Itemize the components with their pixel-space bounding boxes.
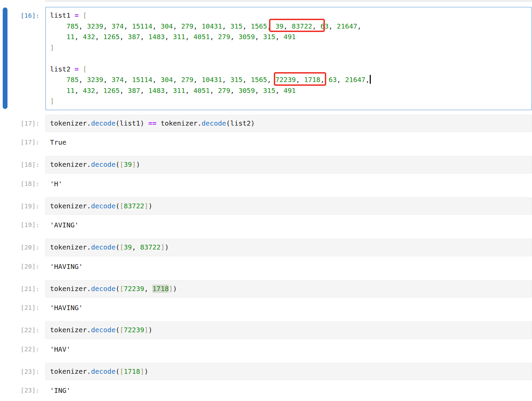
cell-output-text: 'H' [45, 180, 62, 188]
code-token: 387 [128, 86, 140, 95]
code-token: 304 [161, 76, 173, 84]
code-token: 3059 [238, 33, 255, 41]
code-token: list2 [50, 65, 74, 73]
code-token: 279 [218, 33, 230, 41]
code-token: , [222, 22, 230, 30]
code-token: 432 [83, 86, 95, 95]
code-line: tokenizer.decode([39]) [50, 159, 527, 170]
code-token: , [194, 22, 202, 30]
code-token: , [194, 76, 202, 84]
code-token: 4051 [194, 86, 210, 95]
code-token: ( [116, 326, 120, 334]
code-token: 3239 [87, 22, 103, 30]
code-token: 63 [329, 76, 337, 84]
code-token: , [296, 76, 304, 84]
output-prompt: [22]: [0, 346, 45, 353]
code-token: ] [50, 44, 54, 52]
previous-cell-bottom-edge [45, 0, 532, 2]
code-token [50, 33, 66, 41]
code-token: [ [120, 243, 124, 251]
code-token: 15114 [132, 76, 152, 84]
output-prompt: [17]: [0, 139, 45, 146]
code-token: , [124, 22, 132, 30]
code-editor[interactable]: list1 = [ 785, 3239, 374, 15114, 304, 27… [45, 7, 532, 110]
code-token: 279 [218, 86, 230, 95]
code-token: , [152, 76, 161, 84]
code-token: , [95, 86, 103, 95]
code-token: 11 [66, 86, 74, 95]
notebook: [16]:list1 = [ 785, 3239, 374, 15114, 30… [0, 7, 532, 401]
code-token: , [140, 86, 148, 95]
code-token: decode [91, 119, 115, 127]
input-prompt: [22]: [0, 321, 45, 336]
code-cell-16: [16]:list1 = [ 785, 3239, 374, 15114, 30… [0, 7, 532, 110]
code-line: tokenizer.decode([72239]) [50, 325, 527, 336]
code-token: , [243, 76, 251, 84]
code-token: ( [116, 243, 120, 251]
code-token: = [74, 11, 79, 19]
output-prompt: [21]: [0, 304, 45, 311]
code-editor[interactable]: tokenizer.decode([1718]) [45, 363, 532, 381]
code-token: tokenizer. [50, 160, 91, 169]
code-token: , [320, 76, 329, 84]
code-token: (list2) [226, 119, 255, 127]
code-cell-18: [18]:tokenizer.decode([39])[18]:'H' [0, 156, 532, 188]
selected-cell-bar[interactable] [3, 7, 7, 109]
code-token: 304 [161, 22, 173, 30]
code-token: decode [91, 367, 115, 375]
code-line: 11, 432, 1265, 387, 1483, 311, 4051, 279… [50, 85, 527, 96]
code-token: , [243, 22, 251, 30]
code-token: , [173, 22, 181, 30]
code-token: , [357, 22, 361, 30]
code-token: tokenizer. [50, 202, 91, 210]
code-token: , [185, 33, 193, 41]
code-cell-22: [22]:tokenizer.decode([72239])[22]:'HAV' [0, 321, 532, 353]
code-cell-17: [17]:tokenizer.decode(list1) == tokenize… [0, 115, 532, 146]
code-token: , [255, 33, 263, 41]
code-token: 1565 [251, 76, 267, 84]
code-editor[interactable]: tokenizer.decode([39, 83722]) [45, 239, 532, 256]
code-token: [ [120, 326, 124, 334]
code-token: 11 [66, 33, 74, 41]
input-prompt: [21]: [0, 280, 45, 294]
code-token: 279 [181, 22, 193, 30]
code-token: , [185, 86, 193, 95]
code-token: ] [144, 202, 148, 210]
code-token: [ [120, 285, 124, 293]
code-token: , [120, 86, 128, 95]
code-token: 3059 [238, 86, 255, 95]
code-token: 311 [173, 86, 185, 95]
code-token: ] [144, 326, 148, 334]
code-line: 11, 432, 1265, 387, 1483, 311, 4051, 279… [50, 32, 527, 43]
code-token: 315 [230, 22, 243, 30]
code-editor[interactable]: tokenizer.decode([72239, 1718]) [45, 280, 532, 298]
code-editor[interactable]: tokenizer.decode([39]) [45, 156, 532, 174]
code-token: ( [116, 160, 120, 169]
code-token: , [222, 76, 230, 84]
code-token [50, 86, 66, 95]
code-token: 15114 [132, 22, 152, 30]
code-line: ] [50, 43, 527, 53]
code-token: , [120, 33, 128, 41]
code-token: , [173, 76, 181, 84]
code-token: 83722 [140, 243, 161, 251]
code-token: ) [136, 160, 140, 169]
code-token: , [275, 86, 283, 95]
code-token: ) [144, 367, 148, 375]
code-line: ] [50, 96, 527, 107]
code-token: , [365, 76, 369, 84]
code-editor[interactable]: tokenizer.decode(list1) == tokenizer.dec… [45, 115, 532, 132]
code-token: 10431 [202, 76, 222, 84]
code-token: decode [91, 160, 115, 169]
code-token: = [74, 65, 79, 73]
code-token: , [267, 22, 275, 30]
input-prompt: [23]: [0, 363, 45, 377]
code-token: ( [116, 367, 120, 375]
code-editor[interactable]: tokenizer.decode([72239]) [45, 321, 532, 339]
cell-output-text: 'HAVING' [45, 263, 83, 270]
code-token [79, 11, 83, 19]
code-editor[interactable]: tokenizer.decode([83722]) [45, 197, 532, 215]
code-token: ) [173, 285, 177, 293]
code-token: ) [165, 243, 169, 251]
code-token: , [74, 86, 83, 95]
